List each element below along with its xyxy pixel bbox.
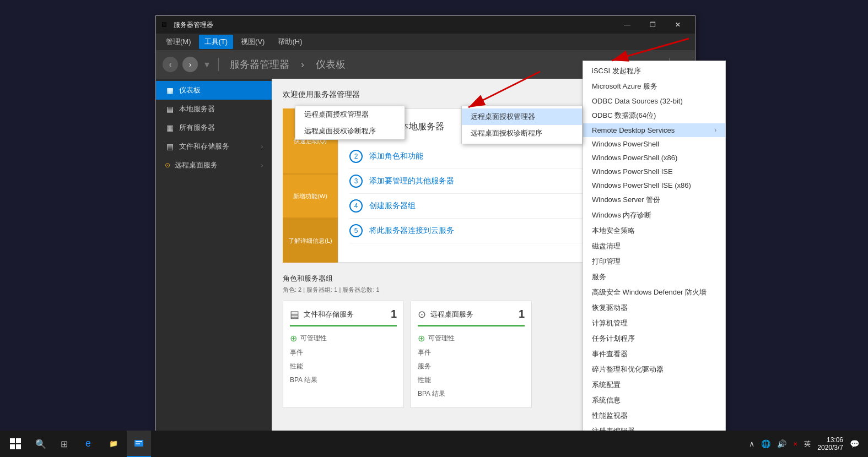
remote-desktop-warning-icon: ⊙ (165, 161, 170, 169)
notifications-button[interactable]: 💬 (848, 437, 861, 450)
learn-more-block[interactable]: 了解详细信息(L) (283, 219, 338, 263)
svg-rect-10 (136, 443, 140, 444)
context-menu-item-license[interactable]: 远程桌面授权管理器 (295, 106, 405, 123)
tools-item-winmem[interactable]: Windows 内存诊断 (583, 208, 725, 223)
step-4-num: 4 (349, 199, 363, 213)
sidebar-label-local-server: 本地服务器 (179, 104, 215, 114)
tools-item-taskschd[interactable]: 任务计划程序 (583, 331, 725, 346)
tools-item-services[interactable]: 服务 (583, 269, 725, 285)
svg-rect-7 (16, 444, 21, 449)
tools-item-odbc32[interactable]: ODBC Data Sources (32-bit) (583, 94, 725, 108)
tools-item-iscsi[interactable]: iSCSI 发起程序 (583, 63, 725, 79)
menu-manage[interactable]: 管理(M) (160, 35, 197, 49)
tools-item-sysinfo[interactable]: 系统信息 (583, 393, 725, 408)
status-ok-icon: ⊕ (290, 333, 297, 344)
tools-item-printmgr[interactable]: 打印管理 (583, 254, 725, 269)
clock[interactable]: 13:06 2020/3/7 (815, 436, 845, 451)
remote-desktop-services[interactable]: 服务 (418, 360, 525, 373)
sidebar-item-dashboard[interactable]: ▦ 仪表板 (156, 81, 272, 100)
start-button[interactable] (2, 431, 29, 457)
local-server-icon: ▤ (165, 105, 175, 113)
step-3-num: 3 (349, 175, 363, 188)
new-features-block[interactable]: 新增功能(W) (283, 175, 338, 219)
system-tray-expand[interactable]: ∧ (747, 437, 757, 450)
tools-item-localpolicy[interactable]: 本地安全策略 (583, 223, 725, 238)
close-button[interactable]: ✕ (665, 16, 691, 34)
step-5-num: 5 (349, 224, 363, 237)
tools-item-azure[interactable]: Microsoft Azure 服务 (583, 79, 725, 94)
menu-help[interactable]: 帮助(H) (272, 35, 308, 49)
sidebar-label-all-servers: 所有服务器 (179, 123, 215, 133)
taskbar-app-explorer[interactable]: 📁 (101, 431, 126, 457)
menu-tools[interactable]: 工具(T) (199, 35, 234, 49)
tools-item-odbc64[interactable]: ODBC 数据源(64位) (583, 108, 725, 123)
tools-item-powershell-x86[interactable]: Windows PowerShell (x86) (583, 151, 725, 165)
tools-item-powershell-ise[interactable]: Windows PowerShell ISE (583, 165, 725, 178)
tools-item-rds[interactable]: Remote Desktop Services › (583, 123, 725, 137)
task-view-button[interactable]: ⊞ (53, 431, 75, 457)
role-card-file-storage-header: ▤ 文件和存储服务 1 (290, 308, 397, 327)
forward-button[interactable]: › (182, 57, 198, 72)
sidebar-label-file-storage: 文件和存储服务 (179, 142, 229, 151)
rds-submenu-diagnostic[interactable]: 远程桌面授权诊断程序 (462, 125, 582, 142)
file-storage-perf[interactable]: 性能 (290, 360, 397, 373)
nav-subtitle: 仪表板 (316, 59, 346, 70)
tools-item-compmgr[interactable]: 计算机管理 (583, 315, 725, 331)
language-indicator[interactable]: 英 (802, 438, 813, 450)
sidebar-item-remote-desktop[interactable]: ⊙ 远程桌面服务 › (156, 156, 272, 175)
file-storage-manageability[interactable]: ⊕ 可管理性 (290, 331, 397, 346)
remote-desktop-count: 1 (519, 308, 525, 320)
taskbar-app-ie[interactable]: e (76, 431, 100, 457)
manageability-label-1: 可管理性 (300, 334, 327, 343)
remote-desktop-perf[interactable]: 性能 (418, 373, 525, 387)
taskbar-app-servermgr[interactable] (127, 431, 151, 457)
svg-rect-4 (10, 438, 15, 443)
manageability-label-2: 可管理性 (428, 334, 455, 343)
remote-desktop-bpa[interactable]: BPA 结果 (418, 387, 525, 401)
file-storage-bpa[interactable]: BPA 结果 (290, 373, 397, 387)
clock-date: 2020/3/7 (817, 444, 843, 451)
remote-desktop-events[interactable]: 事件 (418, 346, 525, 360)
tools-item-diskclean[interactable]: 磁盘清理 (583, 238, 725, 254)
sidebar: ▦ 仪表板 ▤ 本地服务器 ▦ 所有服务器 ▤ 文件和存储服务 › ⊙ (156, 79, 272, 433)
role-card-remote-desktop-title: ⊙ 远程桌面服务 (418, 308, 473, 320)
minimize-button[interactable]: — (614, 16, 640, 34)
bpa-label-1: BPA 结果 (290, 376, 317, 385)
tools-item-powershell-ise-x86[interactable]: Windows PowerShell ISE (x86) (583, 178, 725, 192)
titlebar: 🖥 服务器管理器 — ❐ ✕ (156, 16, 695, 34)
menu-view[interactable]: 视图(V) (235, 35, 270, 49)
speaker-icon[interactable]: 🔊 (775, 437, 789, 450)
svg-rect-6 (10, 444, 15, 449)
sidebar-item-file-storage[interactable]: ▤ 文件和存储服务 › (156, 137, 272, 156)
tools-dropdown: iSCSI 发起程序 Microsoft Azure 服务 ODBC Data … (583, 61, 726, 457)
tools-item-winserver[interactable]: Windows Server 管份 (583, 192, 725, 208)
expand-remote-desktop-icon: › (261, 162, 263, 168)
nav-dropdown-icon[interactable]: ▾ (204, 58, 209, 70)
file-storage-events[interactable]: 事件 (290, 346, 397, 360)
svg-rect-5 (16, 438, 21, 443)
tools-item-defrag[interactable]: 碎片整理和优化驱动器 (583, 362, 725, 377)
tools-item-sysconfig[interactable]: 系统配置 (583, 377, 725, 393)
remote-desktop-manageability[interactable]: ⊕ 可管理性 (418, 331, 525, 346)
remote-desktop-card-icon: ⊙ (418, 308, 426, 320)
nav-separator-text: › (301, 59, 307, 70)
services-label: 服务 (418, 362, 431, 371)
no-audio-icon: ✕ (791, 439, 800, 449)
sidebar-item-all-servers[interactable]: ▦ 所有服务器 (156, 118, 272, 137)
network-icon[interactable]: 🌐 (759, 437, 773, 450)
search-button[interactable]: 🔍 (30, 431, 52, 457)
tools-item-recovery[interactable]: 恢复驱动器 (583, 300, 725, 315)
rds-submenu-license[interactable]: 远程桌面授权管理器 (462, 108, 582, 125)
maximize-button[interactable]: ❐ (640, 16, 665, 34)
tools-item-eventvwr[interactable]: 事件查看器 (583, 346, 725, 362)
context-menu-item-diagnostic[interactable]: 远程桌面授权诊断程序 (295, 123, 405, 139)
role-card-remote-desktop: ⊙ 远程桌面服务 1 ⊕ 可管理性 事件 (411, 301, 532, 408)
sidebar-item-local-server[interactable]: ▤ 本地服务器 (156, 100, 272, 118)
tools-item-rds-arrow: › (715, 127, 716, 133)
tools-item-powershell[interactable]: Windows PowerShell (583, 137, 725, 151)
back-button[interactable]: ‹ (163, 57, 178, 72)
tools-item-firewall[interactable]: 高级安全 Windows Defender 防火墙 (583, 285, 725, 300)
app-icon: 🖥 (160, 20, 169, 29)
menubar: 管理(M) 工具(T) 视图(V) 帮助(H) (156, 34, 695, 50)
tools-item-perfmon[interactable]: 性能监视器 (583, 408, 725, 423)
